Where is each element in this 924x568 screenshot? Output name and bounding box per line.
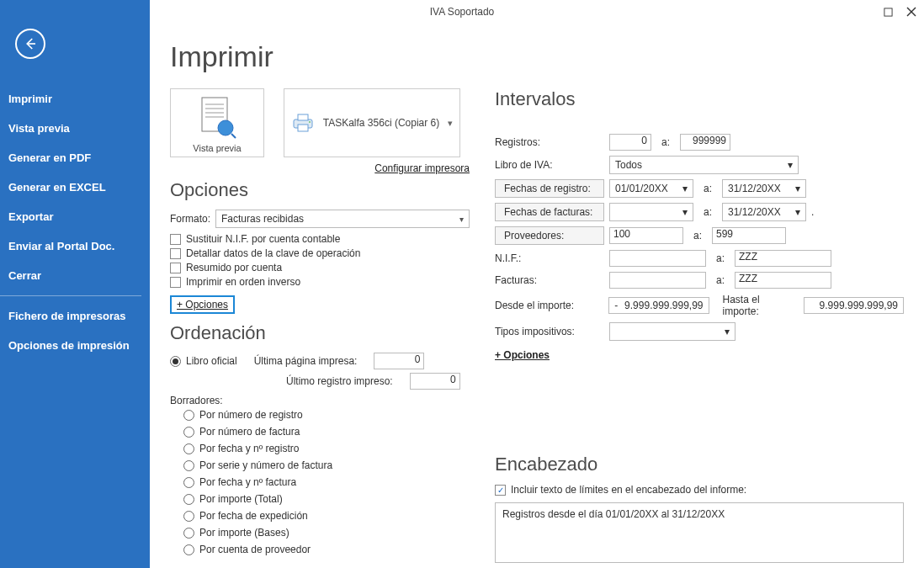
svg-point-14 [309, 121, 311, 123]
chevron-down-icon: ▾ [788, 159, 793, 171]
sidebar-item-imprimir[interactable]: Imprimir [0, 84, 150, 114]
tipos-impositivos-select[interactable]: ▾ [609, 322, 735, 341]
facturas-to-input[interactable]: ZZZ [735, 272, 831, 289]
registros-from-input[interactable]: 0 [609, 134, 651, 151]
sidebar-item-generar-excel[interactable]: Generar en EXCEL [0, 173, 150, 202]
fechas-registro-button[interactable]: Fechas de registro: [495, 179, 604, 198]
a-label: a: [656, 136, 675, 148]
sidebar-item-cerrar[interactable]: Cerrar [0, 261, 150, 290]
maximize-icon[interactable] [882, 6, 894, 18]
formato-select[interactable]: Facturas recibidas ▾ [215, 210, 470, 228]
printer-selector[interactable]: TASKalfa 356ci (Copiar 6) ▾ [284, 88, 461, 157]
radio-label: Por número de factura [199, 426, 300, 438]
sidebar-item-enviar-portal[interactable]: Enviar al Portal Doc. [0, 231, 150, 261]
sidebar-item-generar-pdf[interactable]: Generar en PDF [0, 143, 150, 173]
svg-rect-0 [884, 8, 891, 15]
chevron-down-icon: ▾ [725, 326, 730, 337]
radio-label: Por importe (Bases) [199, 527, 289, 539]
page-title: Imprimir [170, 40, 904, 73]
a-label: a: [698, 183, 717, 194]
window-title: IVA Soportado [430, 6, 495, 18]
sidebar-item-fichero-impresoras[interactable]: Fichero de impresoras [0, 301, 150, 331]
sidebar-item-vista-previa[interactable]: Vista previa [0, 114, 150, 143]
radio-num-registro[interactable] [183, 410, 194, 421]
ultima-pagina-input[interactable]: 0 [374, 353, 424, 369]
configure-printer-link[interactable]: Configurar impresora [374, 162, 470, 174]
libro-iva-select[interactable]: Todos ▾ [609, 156, 799, 174]
sidebar: Imprimir Vista previa Generar en PDF Gen… [0, 0, 150, 568]
chk-incluir-limites[interactable]: ✓ [495, 485, 506, 496]
radio-label: Por fecha y nº factura [199, 476, 296, 488]
fechas-facturas-to[interactable]: 31/12/20XX▾ [722, 203, 806, 221]
fechas-registro-from[interactable]: 01/01/20XX▾ [609, 179, 693, 198]
sidebar-item-label: Generar en EXCEL [8, 181, 106, 194]
chk-detallar-clave[interactable] [170, 248, 181, 259]
nif-label: N.I.F.: [495, 252, 604, 264]
chevron-down-icon: ▾ [459, 215, 464, 224]
radio-serie-num-factura[interactable] [183, 460, 194, 471]
radio-libro-oficial[interactable] [170, 356, 181, 367]
radio-label: Por fecha de expedición [199, 510, 308, 522]
opciones-more-link[interactable]: + Opciones [170, 295, 235, 314]
fechas-registro-to[interactable]: 31/12/20XX▾ [722, 179, 806, 198]
intervalos-more-link[interactable]: + Opciones [495, 349, 550, 361]
close-icon[interactable] [905, 6, 917, 18]
radio-fecha-registro[interactable] [183, 443, 194, 454]
chk-orden-inverso[interactable] [170, 277, 181, 288]
radio-label: Por cuenta de proveedor [199, 544, 311, 555]
proveedores-from-input[interactable]: 100 [609, 227, 683, 244]
ultima-pagina-label: Última página impresa: [254, 355, 358, 367]
ultimo-registro-input[interactable]: 0 [410, 373, 460, 390]
libro-iva-label: Libro de IVA: [495, 159, 604, 171]
fechas-facturas-from[interactable]: ▾ [609, 203, 693, 221]
radio-num-factura[interactable] [183, 427, 194, 438]
sidebar-item-label: Generar en PDF [8, 151, 91, 164]
a-label: a: [698, 206, 717, 218]
nif-from-input[interactable] [609, 250, 706, 267]
chevron-down-icon: ▾ [682, 183, 688, 194]
radio-label: Libro oficial [186, 355, 237, 367]
radio-label: Por importe (Total) [199, 493, 283, 505]
formato-value: Facturas recibidas [221, 213, 304, 225]
sidebar-item-exportar[interactable]: Exportar [0, 202, 150, 231]
encabezado-textarea[interactable]: Registros desde el día 01/01/20XX al 31/… [495, 502, 904, 563]
nif-to-input[interactable]: ZZZ [735, 250, 831, 267]
main-panel: Imprimir [150, 24, 924, 568]
chk-label: Sustituir N.I.F. por cuenta contable [186, 233, 340, 245]
chk-label: Incluir texto de límites en el encabezad… [511, 484, 746, 496]
a-label: a: [711, 252, 730, 264]
formato-label: Formato: [170, 213, 210, 225]
sidebar-item-opciones-impresion[interactable]: Opciones de impresión [0, 331, 150, 360]
chk-label: Detallar datos de la clave de operación [186, 247, 360, 259]
vista-previa-caption: Vista previa [174, 143, 260, 153]
proveedores-button[interactable]: Proveedores: [495, 226, 604, 245]
radio-cuenta-proveedor[interactable] [183, 544, 194, 555]
registros-label: Registros: [495, 136, 604, 148]
tipos-impositivos-label: Tipos impositivos: [495, 326, 604, 337]
desde-importe-label: Desde el importe: [495, 300, 603, 311]
chk-label: Imprimir en orden inverso [186, 276, 300, 288]
registros-to-input[interactable]: 999999 [680, 134, 730, 151]
hasta-importe-input[interactable]: 9.999.999.999,99 [804, 297, 904, 314]
desde-importe-input[interactable]: - 9.999.999.999,99 [608, 297, 709, 314]
printer-icon [291, 113, 315, 133]
svg-line-10 [231, 134, 236, 138]
proveedores-to-input[interactable]: 599 [712, 227, 786, 244]
chk-sustituir-nif[interactable] [170, 234, 181, 245]
sidebar-item-label: Exportar [8, 210, 53, 223]
facturas-from-input[interactable] [609, 272, 706, 289]
back-button[interactable] [15, 29, 45, 59]
radio-importe-bases[interactable] [183, 528, 194, 539]
chk-resumido-cuenta[interactable] [170, 263, 181, 273]
sidebar-item-label: Opciones de impresión [8, 339, 130, 352]
encabezado-title: Encabezado [495, 454, 904, 475]
fechas-facturas-button[interactable]: Fechas de facturas: [495, 203, 604, 221]
sidebar-item-label: Vista previa [8, 122, 70, 135]
radio-fecha-expedicion[interactable] [183, 511, 194, 522]
radio-importe-total[interactable] [183, 494, 194, 505]
radio-fecha-factura[interactable] [183, 477, 194, 488]
radio-label: Por serie y número de factura [199, 459, 332, 471]
svg-rect-13 [298, 125, 308, 131]
ultimo-registro-label: Último registro impreso: [286, 375, 393, 387]
vista-previa-tile[interactable]: Vista previa [170, 88, 264, 157]
